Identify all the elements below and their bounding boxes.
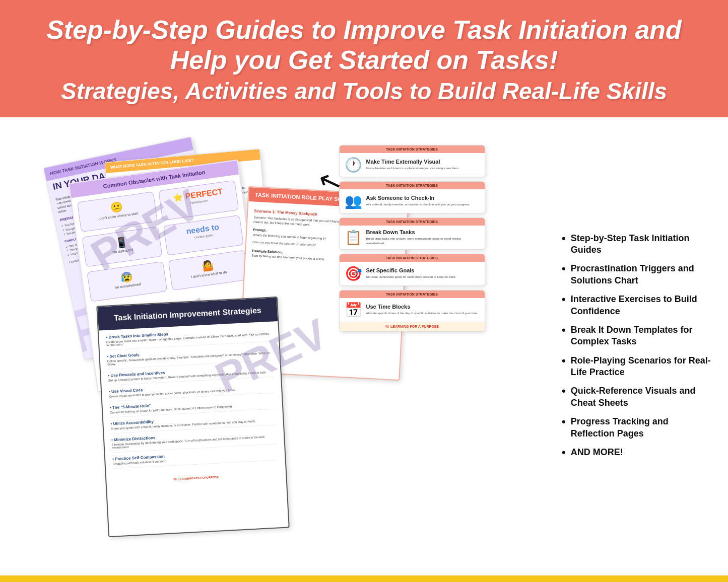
break-title: Break Down Tasks xyxy=(366,229,480,235)
preview-page-4: Task Initiation Improvement Strategies •… xyxy=(96,296,290,537)
features-section: • Step-by-Step Task Initiation Guides • … xyxy=(552,132,713,560)
bullet-2: • xyxy=(562,262,566,276)
bullet-1: • xyxy=(562,232,566,246)
card-time-blocks: Task Initiation Strategies 📅 Use Time Bl… xyxy=(339,290,485,332)
bullet-8: • xyxy=(562,446,566,460)
make-time-desc: Use schedules and timers in a place wher… xyxy=(366,166,459,171)
goals-icon: 🎯 xyxy=(345,265,362,282)
obstacle-5: 😰 I'm overwhelmed xyxy=(87,261,167,302)
time-title: Use Time Blocks xyxy=(366,304,478,310)
feature-text-1: Step-by-Step Task Initiation Guides xyxy=(571,233,713,256)
break-desc: Break large tasks into smaller, more man… xyxy=(366,237,480,246)
feature-text-2: Procrastination Triggers and Solutions C… xyxy=(571,263,713,286)
card-goals-body: 🎯 Set Specific Goals Set clear, achievab… xyxy=(340,262,485,285)
card-ask-body: 👥 Ask Someone to Check-In Ask a friend, … xyxy=(340,189,485,213)
obstacle-4: needs to Unclear goals xyxy=(163,215,244,256)
goals-content: Set Specific Goals Set clear, achievable… xyxy=(366,267,456,279)
footer-section: INSTANT DOWNLOAD - PRINT AT HOME - 50+ P… xyxy=(0,575,728,582)
break-content: Break Down Tasks Break large tasks into … xyxy=(366,229,480,246)
features-list: • Step-by-Step Task Initiation Guides • … xyxy=(562,233,713,460)
bullet-5: • xyxy=(562,354,566,369)
goals-desc: Set clear, achievable goals for each stu… xyxy=(366,275,456,279)
page4-body: • Break Tasks Into Smaller Steps Divide … xyxy=(98,321,285,478)
obstacle-3: 📱 I'm distracted xyxy=(82,226,162,267)
bullet-7: • xyxy=(562,415,566,429)
obstacle-6: 🤷 I don't know what to do xyxy=(168,250,248,290)
page3-grid: 😕 I don't know where to start ⭐ PERFECT … xyxy=(71,174,254,308)
card-ask-someone-label: Task Initiation Strategies xyxy=(340,182,485,189)
card-break-down-label: Task Initiation Strategies xyxy=(340,218,485,226)
header-title-line1: Step-by-Step Guides to Improve Task Init… xyxy=(20,15,708,45)
feature-item-1: • Step-by-Step Task Initiation Guides xyxy=(562,233,713,256)
feature-item-7: • Progress Tracking and Reflection Pages xyxy=(562,416,713,440)
page-stack: HOW TASK INITIATION WORKS IN YOUR DAILY … xyxy=(62,140,490,553)
card-make-time: Task Initiation Strategies 🕐 Make Time E… xyxy=(339,145,485,177)
bullet-6: • xyxy=(562,384,566,399)
card-make-time-body: 🕐 Make Time Externally Visual Use schedu… xyxy=(340,153,485,177)
bullet-3: • xyxy=(562,293,566,307)
card-set-goals-label: Task Initiation Strategies xyxy=(340,254,485,262)
preview-section: HOW TASK INITIATION WORKS IN YOUR DAILY … xyxy=(10,132,542,560)
break-icon: 📋 xyxy=(345,229,362,246)
feature-item-4: • Break It Down Templates for Complex Ta… xyxy=(562,324,713,348)
header-subtitle: Strategies, Activities and Tools to Buil… xyxy=(20,78,708,105)
card-make-time-label: Task Initiation Strategies xyxy=(340,146,485,153)
make-time-title: Make Time Externally Visual xyxy=(366,159,459,165)
goals-title: Set Specific Goals xyxy=(366,267,456,273)
time-icon: 📅 xyxy=(345,302,362,318)
card-break-down: Task Initiation Strategies 📋 Break Down … xyxy=(339,217,485,250)
feature-text-6: Quick-Reference Visuals and Cheat Sheets xyxy=(571,385,713,409)
header-title-line2: Help you Get Started on Tasks! xyxy=(20,45,708,76)
ask-content: Ask Someone to Check-In Ask a friend, fa… xyxy=(366,195,471,207)
card-ask-someone: Task Initiation Strategies 👥 Ask Someone… xyxy=(339,181,485,213)
time-desc: Allocate specific times of the day to sp… xyxy=(366,311,478,316)
card-branding: 🧠 LEARNING FOR A PURPOSE xyxy=(340,322,485,331)
feature-item-3: • Interactive Exercises to Build Confide… xyxy=(562,294,713,317)
main-content: HOW TASK INITIATION WORKS IN YOUR DAILY … xyxy=(0,117,728,575)
feature-item-6: • Quick-Reference Visuals and Cheat Shee… xyxy=(562,385,713,409)
ask-desc: Ask a friend, family member, or teacher … xyxy=(366,202,471,207)
feature-item-5: • Role-Playing Scenarios for Real-Life P… xyxy=(562,355,713,379)
feature-text-3: Interactive Exercises to Build Confidenc… xyxy=(571,294,713,317)
make-time-icon: 🕐 xyxy=(345,157,362,173)
page4-title: Task Initiation Improvement Strategies xyxy=(105,305,270,323)
card-time-blocks-label: Task Initiation Strategies xyxy=(340,290,485,298)
ask-icon: 👥 xyxy=(345,193,362,209)
make-time-content: Make Time Externally Visual Use schedule… xyxy=(366,159,459,171)
header-section: Step-by-Step Guides to Improve Task Init… xyxy=(0,0,728,117)
feature-text-7: Progress Tracking and Reflection Pages xyxy=(571,416,713,440)
feature-item-2: • Procrastination Triggers and Solutions… xyxy=(562,263,713,286)
card-time-body: 📅 Use Time Blocks Allocate specific time… xyxy=(340,298,485,322)
card-break-body: 📋 Break Down Tasks Break large tasks int… xyxy=(340,226,485,249)
obstacle-2: ⭐ PERFECT Perfectionism xyxy=(158,180,239,221)
strategy-cards-group: Task Initiation Strategies 🕐 Make Time E… xyxy=(339,145,485,332)
time-content: Use Time Blocks Allocate specific times … xyxy=(366,304,478,316)
feature-text-8: AND MORE! xyxy=(571,447,623,458)
feature-item-8: • AND MORE! xyxy=(562,447,713,460)
card-set-goals: Task Initiation Strategies 🎯 Set Specifi… xyxy=(339,254,485,286)
obstacle-1: 😕 I don't know where to start xyxy=(77,191,157,232)
feature-text-4: Break It Down Templates for Complex Task… xyxy=(571,324,713,348)
ask-title: Ask Someone to Check-In xyxy=(366,195,471,201)
feature-text-5: Role-Playing Scenarios for Real-Life Pra… xyxy=(571,355,713,379)
bullet-4: • xyxy=(562,323,566,338)
